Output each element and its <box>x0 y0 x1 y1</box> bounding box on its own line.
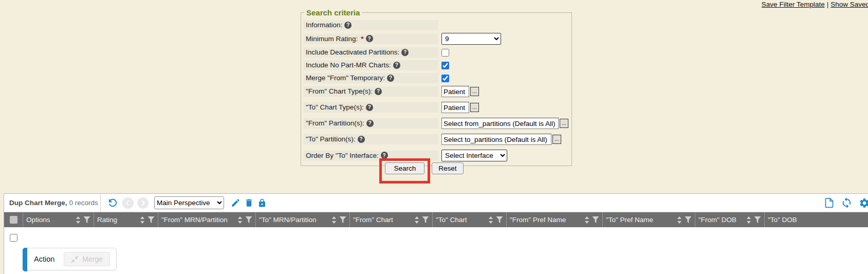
column-header-from-chart[interactable]: "From" Chart <box>350 212 433 227</box>
action-accent-bar <box>23 248 27 271</box>
form-row-information: Information: ? <box>303 20 568 30</box>
help-icon[interactable]: ? <box>366 104 373 111</box>
undo-icon[interactable] <box>107 197 119 209</box>
record-count: 0 records <box>69 199 98 207</box>
filter-icon[interactable] <box>83 216 90 223</box>
gear-icon[interactable] <box>859 197 868 209</box>
column-header-to-dob[interactable]: "To" DOB <box>765 212 868 227</box>
highlight-annotation: Search <box>379 158 430 184</box>
new-document-icon[interactable] <box>824 197 835 208</box>
lock-perspective-icon[interactable] <box>257 198 267 208</box>
to-chart-types-input[interactable] <box>441 102 469 113</box>
show-saved-link[interactable]: Show Saved <box>830 1 868 8</box>
dup-chart-merge-grid: Dup Chart Merge, 0 records Main Perspect… <box>4 193 868 274</box>
filter-icon[interactable] <box>754 216 761 223</box>
include-no-partmr-label: Include No Part-MR Charts: ? <box>303 60 438 70</box>
sort-icon[interactable] <box>76 216 81 224</box>
filter-icon[interactable] <box>339 216 346 223</box>
select-all-checkbox[interactable] <box>4 212 23 227</box>
help-icon[interactable]: ? <box>387 75 394 82</box>
form-row-minimum-rating: Minimum Rating: * ? 9 <box>303 33 568 45</box>
grid-toolbar: Dup Chart Merge, 0 records Main Perspect… <box>4 194 868 212</box>
merge-button[interactable]: Merge <box>64 252 110 266</box>
merge-from-temporary-checkbox[interactable] <box>441 75 449 82</box>
to-partitions-input[interactable] <box>441 134 551 145</box>
column-header-options[interactable]: Options <box>23 212 94 227</box>
filter-icon[interactable] <box>592 216 599 223</box>
filter-icon[interactable] <box>147 216 155 223</box>
information-label: Information: ? <box>303 20 438 30</box>
column-header-from-pref-name[interactable]: "From" Pref Name <box>507 212 603 227</box>
sort-icon[interactable] <box>237 216 243 224</box>
form-row-to-partitions: "To" Partition(s): ? ... <box>303 134 568 145</box>
reset-button[interactable]: Reset <box>432 162 463 174</box>
to-partitions-label: "To" Partition(s): ? <box>303 134 438 144</box>
form-row-merge-from-temporary: Merge "From" Temporary: ? <box>303 73 568 83</box>
minimum-rating-select[interactable]: 9 <box>441 33 501 45</box>
action-label: Action <box>34 255 54 263</box>
form-row-from-partitions: "From" Partition(s): ? ... <box>303 118 568 129</box>
from-partitions-picker-button[interactable]: ... <box>560 119 568 128</box>
form-row-from-chart-types: "From" Chart Type(s): ? ... <box>303 86 568 97</box>
form-row-to-chart-types: "To" Chart Type(s): ? ... <box>303 102 568 113</box>
column-header-to-pref-name[interactable]: "To" Pref Name <box>603 212 695 227</box>
filter-icon[interactable] <box>422 216 429 223</box>
help-icon[interactable]: ? <box>375 88 382 95</box>
filter-icon[interactable] <box>685 216 692 223</box>
merge-icon <box>71 255 79 263</box>
grid-title: Dup Chart Merge, 0 records <box>4 194 101 212</box>
to-partitions-picker-button[interactable]: ... <box>552 135 561 144</box>
column-header-from-dob[interactable]: "From" DOB <box>695 212 765 227</box>
filter-template-links: Save Filter Template|Show Saved <box>762 1 868 8</box>
sort-icon[interactable] <box>331 216 337 224</box>
required-asterisk: * <box>361 35 363 43</box>
form-row-include-deactivated: Include Deactivated Partitions: ? <box>303 47 568 58</box>
sort-icon[interactable] <box>414 216 419 224</box>
help-icon[interactable]: ? <box>381 152 388 159</box>
grid-header-row: Options Rating "From" MRN/Partition "To"… <box>4 212 868 227</box>
column-header-from-mrn[interactable]: "From" MRN/Partition <box>158 212 256 227</box>
refresh-icon[interactable] <box>841 197 853 209</box>
include-deactivated-checkbox[interactable] <box>441 49 449 57</box>
edit-perspective-icon[interactable] <box>231 198 241 208</box>
filter-icon[interactable] <box>496 216 503 223</box>
from-chart-types-label: "From" Chart Type(s): ? <box>303 86 438 97</box>
column-header-to-mrn[interactable]: "To" MRN/Partition <box>256 212 350 227</box>
filter-icon[interactable] <box>245 216 252 223</box>
search-button[interactable]: Search <box>385 162 424 174</box>
help-icon[interactable]: ? <box>344 22 352 29</box>
previous-page-icon[interactable] <box>122 197 134 209</box>
column-header-to-chart[interactable]: "To" Chart <box>433 212 507 227</box>
search-criteria-fieldset: Search criteria Information: ? Minimum R… <box>301 8 572 166</box>
help-icon[interactable]: ? <box>393 62 400 69</box>
to-chart-types-picker-button[interactable]: ... <box>470 103 479 112</box>
form-row-include-no-partmr: Include No Part-MR Charts: ? <box>303 60 568 70</box>
sort-icon[interactable] <box>584 216 589 224</box>
help-icon[interactable]: ? <box>401 49 409 56</box>
help-icon[interactable]: ? <box>358 136 365 143</box>
perspective-select[interactable]: Main Perspective <box>154 196 224 209</box>
sort-icon[interactable] <box>746 216 751 224</box>
delete-perspective-icon[interactable] <box>244 198 254 208</box>
sort-icon[interactable] <box>140 216 145 224</box>
grid-body: Action Merge <box>4 227 868 274</box>
include-deactivated-label: Include Deactivated Partitions: ? <box>303 47 438 58</box>
row-checkbox[interactable] <box>10 234 17 242</box>
include-no-partmr-checkbox[interactable] <box>441 62 449 69</box>
from-chart-types-input[interactable] <box>441 86 469 97</box>
from-chart-types-picker-button[interactable]: ... <box>470 87 479 96</box>
link-separator: | <box>827 1 829 8</box>
column-header-rating[interactable]: Rating <box>94 212 158 227</box>
action-panel: Action Merge <box>23 248 117 270</box>
from-partitions-input[interactable] <box>441 118 559 129</box>
search-criteria-legend: Search criteria <box>304 8 362 17</box>
help-icon[interactable]: ? <box>366 35 373 42</box>
save-filter-template-link[interactable]: Save Filter Template <box>762 1 825 8</box>
help-icon[interactable]: ? <box>366 120 374 127</box>
minimum-rating-label: Minimum Rating: * ? <box>303 34 438 44</box>
next-page-icon[interactable] <box>137 197 149 209</box>
sort-icon[interactable] <box>677 216 682 224</box>
sort-icon[interactable] <box>488 216 493 224</box>
merge-from-temporary-label: Merge "From" Temporary: ? <box>303 73 438 83</box>
to-chart-types-label: "To" Chart Type(s): ? <box>303 102 438 113</box>
